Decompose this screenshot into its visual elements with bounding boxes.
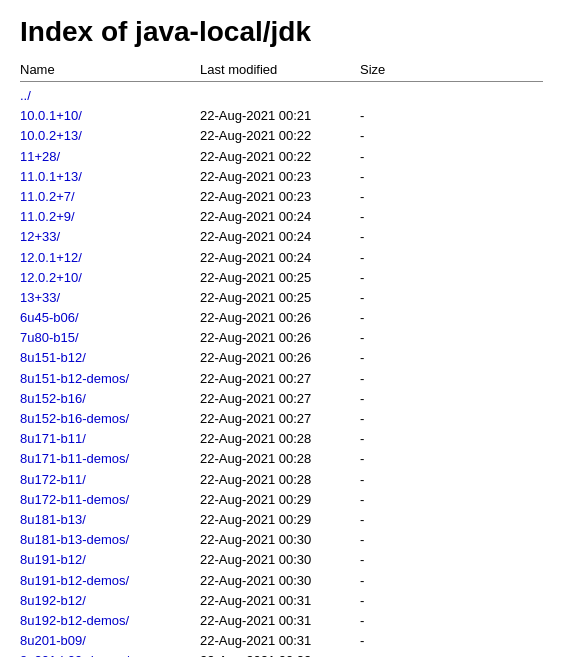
file-link-8[interactable]: 12.0.2+10/ [20,269,200,287]
file-date-3: 22-Aug-2021 00:23 [200,168,360,186]
file-link-7[interactable]: 12.0.1+12/ [20,249,200,267]
file-date-25: 22-Aug-2021 00:31 [200,612,360,630]
file-date-12: 22-Aug-2021 00:26 [200,349,360,367]
table-row: 7u80-b15/22-Aug-2021 00:26- [20,328,543,348]
file-size-14: - [360,390,364,408]
file-size-17: - [360,450,364,468]
file-link-0[interactable]: 10.0.1+10/ [20,107,200,125]
file-link-25[interactable]: 8u192-b12-demos/ [20,612,200,630]
file-link-6[interactable]: 12+33/ [20,228,200,246]
file-link-27[interactable]: 8u201-b09-demos/ [20,652,200,657]
file-link-12[interactable]: 8u151-b12/ [20,349,200,367]
file-link-18[interactable]: 8u172-b11/ [20,471,200,489]
file-date-5: 22-Aug-2021 00:24 [200,208,360,226]
file-link-1[interactable]: 10.0.2+13/ [20,127,200,145]
table-row: 8u192-b12/22-Aug-2021 00:31- [20,591,543,611]
file-date-16: 22-Aug-2021 00:28 [200,430,360,448]
header-modified: Last modified [200,62,360,77]
file-date-8: 22-Aug-2021 00:25 [200,269,360,287]
file-size-8: - [360,269,364,287]
file-link-19[interactable]: 8u172-b11-demos/ [20,491,200,509]
file-date-0: 22-Aug-2021 00:21 [200,107,360,125]
file-size-22: - [360,551,364,569]
file-link-24[interactable]: 8u192-b12/ [20,592,200,610]
file-size-0: - [360,107,364,125]
table-header: Name Last modified Size [20,62,543,82]
file-link-11[interactable]: 7u80-b15/ [20,329,200,347]
file-date-1: 22-Aug-2021 00:22 [200,127,360,145]
header-name: Name [20,62,200,77]
table-row: 8u171-b11-demos/22-Aug-2021 00:28- [20,449,543,469]
file-date-15: 22-Aug-2021 00:27 [200,410,360,428]
file-size-7: - [360,249,364,267]
file-date-13: 22-Aug-2021 00:27 [200,370,360,388]
file-link-20[interactable]: 8u181-b13/ [20,511,200,529]
file-size-5: - [360,208,364,226]
parent-link[interactable]: ../ [20,87,200,105]
table-row: 8u152-b16/22-Aug-2021 00:27- [20,389,543,409]
file-size-16: - [360,430,364,448]
file-date-17: 22-Aug-2021 00:28 [200,450,360,468]
table-row: 8u151-b12/22-Aug-2021 00:26- [20,348,543,368]
entries-list: 10.0.1+10/22-Aug-2021 00:21-10.0.2+13/22… [20,106,543,657]
file-size-13: - [360,370,364,388]
file-link-23[interactable]: 8u191-b12-demos/ [20,572,200,590]
file-date-2: 22-Aug-2021 00:22 [200,148,360,166]
table-row: 8u191-b12/22-Aug-2021 00:30- [20,550,543,570]
file-size-3: - [360,168,364,186]
file-link-4[interactable]: 11.0.2+7/ [20,188,200,206]
file-date-14: 22-Aug-2021 00:27 [200,390,360,408]
table-row: 11.0.2+9/22-Aug-2021 00:24- [20,207,543,227]
file-date-10: 22-Aug-2021 00:26 [200,309,360,327]
file-date-19: 22-Aug-2021 00:29 [200,491,360,509]
file-date-11: 22-Aug-2021 00:26 [200,329,360,347]
table-row: 12+33/22-Aug-2021 00:24- [20,227,543,247]
file-date-9: 22-Aug-2021 00:25 [200,289,360,307]
file-date-4: 22-Aug-2021 00:23 [200,188,360,206]
parent-row: ../ [20,86,543,106]
table-row: 11.0.2+7/22-Aug-2021 00:23- [20,187,543,207]
file-link-15[interactable]: 8u152-b16-demos/ [20,410,200,428]
header-size: Size [360,62,440,77]
table-row: 8u171-b11/22-Aug-2021 00:28- [20,429,543,449]
file-link-21[interactable]: 8u181-b13-demos/ [20,531,200,549]
file-size-15: - [360,410,364,428]
file-size-24: - [360,592,364,610]
file-table: Name Last modified Size ../ 10.0.1+10/22… [20,62,543,657]
file-date-22: 22-Aug-2021 00:30 [200,551,360,569]
file-link-5[interactable]: 11.0.2+9/ [20,208,200,226]
table-row: 12.0.2+10/22-Aug-2021 00:25- [20,268,543,288]
table-row: 8u152-b16-demos/22-Aug-2021 00:27- [20,409,543,429]
file-size-1: - [360,127,364,145]
file-link-2[interactable]: 11+28/ [20,148,200,166]
file-link-14[interactable]: 8u152-b16/ [20,390,200,408]
file-link-16[interactable]: 8u171-b11/ [20,430,200,448]
file-size-25: - [360,612,364,630]
file-date-7: 22-Aug-2021 00:24 [200,249,360,267]
file-link-9[interactable]: 13+33/ [20,289,200,307]
table-row: 12.0.1+12/22-Aug-2021 00:24- [20,248,543,268]
table-row: 6u45-b06/22-Aug-2021 00:26- [20,308,543,328]
file-size-20: - [360,511,364,529]
file-size-27: - [360,652,364,657]
file-link-17[interactable]: 8u171-b11-demos/ [20,450,200,468]
file-size-23: - [360,572,364,590]
page-title: Index of java-local/jdk [20,16,543,48]
file-date-21: 22-Aug-2021 00:30 [200,531,360,549]
file-date-20: 22-Aug-2021 00:29 [200,511,360,529]
file-size-18: - [360,471,364,489]
file-size-12: - [360,349,364,367]
file-date-24: 22-Aug-2021 00:31 [200,592,360,610]
file-link-13[interactable]: 8u151-b12-demos/ [20,370,200,388]
file-link-10[interactable]: 6u45-b06/ [20,309,200,327]
file-link-26[interactable]: 8u201-b09/ [20,632,200,650]
file-link-3[interactable]: 11.0.1+13/ [20,168,200,186]
table-row: 8u191-b12-demos/22-Aug-2021 00:30- [20,571,543,591]
table-row: 10.0.1+10/22-Aug-2021 00:21- [20,106,543,126]
file-date-27: 22-Aug-2021 00:32 [200,652,360,657]
file-link-22[interactable]: 8u191-b12/ [20,551,200,569]
table-row: 8u192-b12-demos/22-Aug-2021 00:31- [20,611,543,631]
table-row: 8u201-b09-demos/22-Aug-2021 00:32- [20,651,543,657]
file-date-18: 22-Aug-2021 00:28 [200,471,360,489]
table-row: 8u172-b11-demos/22-Aug-2021 00:29- [20,490,543,510]
